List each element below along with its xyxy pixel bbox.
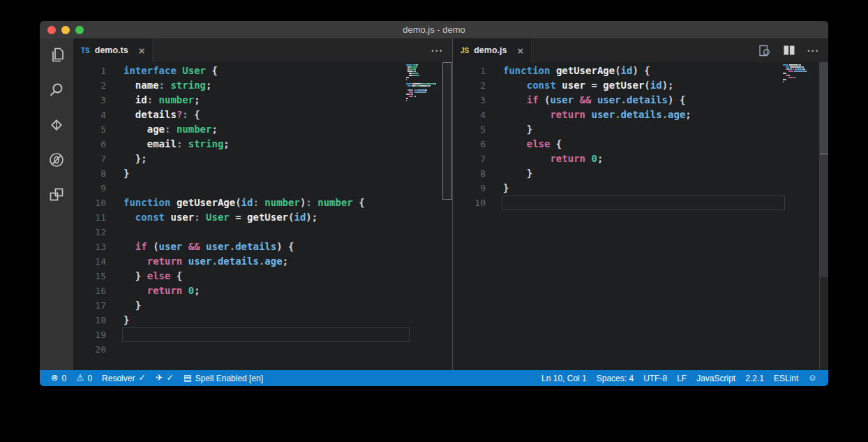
code-line[interactable]: name: string; bbox=[124, 78, 365, 93]
tab-title: demo.ts bbox=[95, 45, 128, 55]
warnings-status[interactable]: ⚠0 bbox=[71, 370, 97, 386]
more-actions-icon[interactable]: ⋯ bbox=[807, 45, 819, 57]
code-line[interactable]: return 0; bbox=[124, 283, 365, 298]
code-line[interactable]: return user.details.age; bbox=[124, 254, 365, 269]
line-number: 13 bbox=[73, 240, 106, 254]
code-line[interactable]: }; bbox=[124, 152, 365, 166]
smiley-icon: ☺ bbox=[808, 374, 817, 383]
code-line[interactable]: id: number; bbox=[124, 93, 365, 108]
eslint-status[interactable]: ESLint bbox=[769, 370, 803, 386]
resolver-status[interactable]: Resolver✓ bbox=[97, 370, 151, 386]
code-line[interactable]: details?: { bbox=[124, 108, 365, 122]
minimap[interactable] bbox=[406, 64, 440, 106]
line-number: 20 bbox=[73, 342, 106, 357]
code-line[interactable]: email: string; bbox=[124, 137, 365, 152]
titlebar: demo.js - demo bbox=[40, 21, 828, 38]
code-editor-javascript[interactable]: 12345678910 function getUserAge(id) { co… bbox=[453, 62, 828, 370]
code-line[interactable]: } bbox=[503, 166, 691, 181]
tab-demo-js[interactable]: JS demo.js × bbox=[453, 38, 532, 62]
tab-bar-right: JS demo.js × bbox=[453, 38, 828, 62]
minimap[interactable] bbox=[783, 64, 818, 85]
javascript-file-icon: JS bbox=[461, 47, 469, 54]
code-line[interactable] bbox=[124, 342, 365, 357]
minimize-window-button[interactable] bbox=[61, 26, 70, 34]
scrollbar[interactable] bbox=[819, 62, 828, 370]
code-line[interactable]: return user.details.age; bbox=[503, 108, 691, 122]
open-preview-icon[interactable] bbox=[757, 43, 772, 58]
gutter: 12345678910 bbox=[453, 64, 486, 210]
warning-icon: ⚠ bbox=[76, 374, 84, 383]
editor-group-right: JS demo.js × bbox=[453, 38, 828, 370]
code-line[interactable]: const user = getUser(id); bbox=[503, 78, 691, 93]
code-line[interactable]: } bbox=[503, 122, 691, 137]
line-number: 7 bbox=[73, 152, 106, 166]
code-line[interactable]: if (user && user.details) { bbox=[503, 93, 691, 108]
code-line[interactable]: if (user && user.details) { bbox=[124, 240, 365, 254]
source-control-icon[interactable] bbox=[47, 116, 66, 134]
indentation[interactable]: Spaces: 4 bbox=[592, 370, 638, 386]
scrollbar-slider[interactable] bbox=[820, 62, 828, 154]
errors-status-label: 0 bbox=[61, 374, 66, 383]
traffic-lights bbox=[47, 26, 84, 34]
feedback[interactable]: ☺ bbox=[803, 370, 822, 386]
search-icon[interactable] bbox=[47, 81, 66, 99]
scrollbar-slider[interactable] bbox=[442, 62, 452, 200]
more-actions-icon[interactable]: ⋯ bbox=[431, 45, 443, 57]
line-number: 4 bbox=[453, 108, 486, 122]
code-editor-typescript[interactable]: 1234567891011121314151617181920 interfac… bbox=[73, 62, 452, 370]
code-lines[interactable]: function getUserAge(id) { const user = g… bbox=[503, 64, 691, 210]
version[interactable]: 2.2.1 bbox=[740, 370, 769, 386]
explorer-icon[interactable] bbox=[47, 46, 66, 64]
tab-bar-left: TS demo.ts × ⋯ bbox=[73, 38, 452, 62]
tab-title: demo.js bbox=[474, 45, 507, 55]
debug-icon[interactable] bbox=[47, 151, 66, 169]
close-tab-icon[interactable]: × bbox=[517, 45, 523, 56]
book-icon: ▤ bbox=[184, 374, 192, 383]
resolver-status-label: Resolver bbox=[102, 374, 135, 383]
code-line[interactable]: } else { bbox=[124, 269, 365, 283]
code-line[interactable]: } bbox=[124, 166, 365, 181]
status-left: ⊗0⚠0Resolver✓✈✓▤Spell Enabled [en] bbox=[46, 370, 268, 386]
close-window-button[interactable] bbox=[47, 26, 56, 34]
gutter: 1234567891011121314151617181920 bbox=[73, 64, 106, 357]
current-line-highlight bbox=[502, 196, 785, 210]
code-line[interactable]: } bbox=[124, 298, 365, 313]
code-line[interactable]: const user: User = getUser(id); bbox=[124, 210, 365, 225]
code-line[interactable]: age: number; bbox=[124, 122, 365, 137]
code-line[interactable]: function getUserAge(id: number): number … bbox=[124, 196, 365, 210]
close-tab-icon[interactable]: × bbox=[139, 45, 145, 56]
code-line[interactable]: return 0; bbox=[503, 152, 691, 166]
eol[interactable]: LF bbox=[672, 370, 691, 386]
errors-status[interactable]: ⊗0 bbox=[46, 370, 71, 386]
split-editor-icon[interactable] bbox=[782, 43, 796, 57]
language-mode[interactable]: JavaScript bbox=[691, 370, 740, 386]
spell-status[interactable]: ▤Spell Enabled [en] bbox=[179, 370, 268, 386]
code-line[interactable]: function getUserAge(id) { bbox=[503, 64, 691, 78]
line-number: 5 bbox=[73, 122, 106, 137]
tab-demo-ts[interactable]: TS demo.ts × bbox=[73, 38, 153, 62]
code-line[interactable]: else { bbox=[503, 137, 691, 152]
code-line[interactable]: interface User { bbox=[124, 64, 365, 78]
line-number: 5 bbox=[453, 122, 486, 137]
warnings-status-label: 0 bbox=[87, 374, 92, 383]
cursor-position[interactable]: Ln 10, Col 1 bbox=[537, 370, 592, 386]
check-icon: ✓ bbox=[138, 374, 145, 383]
line-number: 8 bbox=[453, 166, 486, 181]
line-number: 14 bbox=[73, 254, 106, 269]
current-line-highlight bbox=[122, 327, 410, 342]
code-line[interactable]: } bbox=[503, 181, 691, 196]
typescript-file-icon: TS bbox=[81, 47, 90, 54]
code-lines[interactable]: interface User { name: string; id: numbe… bbox=[124, 64, 365, 357]
code-line[interactable]: } bbox=[124, 313, 365, 327]
zoom-window-button[interactable] bbox=[75, 26, 84, 34]
code-line[interactable] bbox=[124, 181, 365, 196]
encoding[interactable]: UTF-8 bbox=[638, 370, 672, 386]
scrollbar-track bbox=[820, 154, 828, 277]
cursor-position-label: Ln 10, Col 1 bbox=[541, 374, 587, 383]
extensions-icon[interactable] bbox=[47, 186, 66, 204]
line-number: 16 bbox=[73, 283, 106, 298]
code-line[interactable] bbox=[124, 225, 365, 240]
line-number: 3 bbox=[453, 93, 486, 108]
formatter-status[interactable]: ✈✓ bbox=[151, 370, 179, 386]
check-icon: ✓ bbox=[166, 374, 173, 383]
